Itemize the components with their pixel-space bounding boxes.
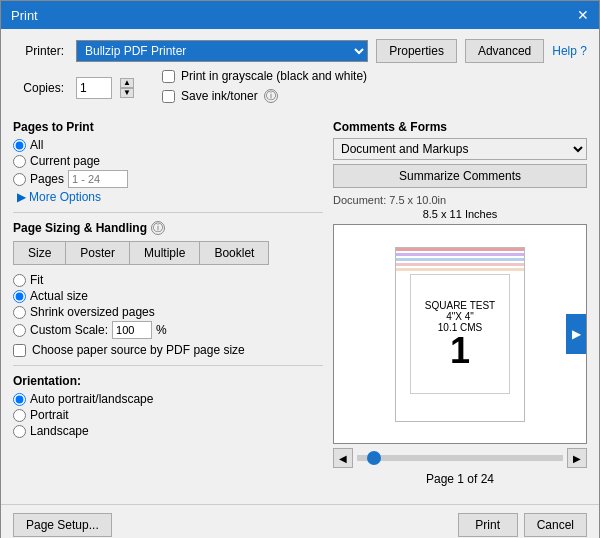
- printer-select[interactable]: Bullzip PDF Printer: [76, 40, 368, 62]
- grayscale-label: Print in grayscale (black and white): [181, 69, 367, 83]
- radio-all-row: All: [13, 138, 323, 152]
- preview-page: SQUARE TEST 4"X 4" 10.1 CMS 1: [395, 247, 525, 422]
- radio-actual-size[interactable]: [13, 290, 26, 303]
- print-button[interactable]: Print: [458, 513, 518, 537]
- save-ink-row: Save ink/toner ⓘ: [162, 89, 367, 103]
- grayscale-checkbox[interactable]: [162, 70, 175, 83]
- radio-current-row: Current page: [13, 154, 323, 168]
- custom-scale-label: Custom Scale:: [30, 323, 108, 337]
- print-dialog: Print ✕ Printer: Bullzip PDF Printer Pro…: [0, 0, 600, 538]
- poster-button[interactable]: Poster: [65, 241, 129, 265]
- landscape-row: Landscape: [13, 424, 323, 438]
- bottom-bar: Page Setup... Print Cancel: [1, 504, 599, 538]
- booklet-button[interactable]: Booklet: [199, 241, 269, 265]
- dialog-title: Print: [11, 8, 38, 23]
- shrink-label: Shrink oversized pages: [30, 305, 155, 319]
- fit-label: Fit: [30, 273, 43, 287]
- custom-scale-row: Custom Scale: %: [13, 321, 323, 339]
- comments-select[interactable]: Document and Markups: [333, 138, 587, 160]
- preview-line2: 4"X 4": [446, 311, 474, 322]
- sizing-info-icon[interactable]: ⓘ: [151, 221, 165, 235]
- sizing-title: Page Sizing & Handling: [13, 221, 147, 235]
- cancel-button[interactable]: Cancel: [524, 513, 587, 537]
- orientation-title: Orientation:: [13, 374, 323, 388]
- close-button[interactable]: ✕: [577, 7, 589, 23]
- multiple-button[interactable]: Multiple: [129, 241, 199, 265]
- all-label: All: [30, 138, 43, 152]
- pages-label: Pages: [30, 172, 64, 186]
- prev-page-button[interactable]: ◀: [333, 448, 353, 468]
- preview-content: SQUARE TEST 4"X 4" 10.1 CMS 1: [410, 274, 510, 394]
- next-page-button[interactable]: ▶: [567, 448, 587, 468]
- radio-auto-orientation[interactable]: [13, 393, 26, 406]
- sizing-btn-group: Size Poster Multiple Booklet: [13, 241, 323, 265]
- paper-source-checkbox[interactable]: [13, 344, 26, 357]
- radio-pages-row: Pages: [13, 170, 323, 188]
- pages-range-input[interactable]: [68, 170, 128, 188]
- radio-all[interactable]: [13, 139, 26, 152]
- size-button[interactable]: Size: [13, 241, 65, 265]
- page-size-label: 8.5 x 11 Inches: [333, 208, 587, 220]
- preview-area: SQUARE TEST 4"X 4" 10.1 CMS 1 ▶: [333, 224, 587, 444]
- radio-portrait[interactable]: [13, 409, 26, 422]
- preview-page-number: 1: [450, 333, 470, 369]
- printer-label: Printer:: [13, 44, 68, 58]
- portrait-label: Portrait: [30, 408, 69, 422]
- preview-next-arrow[interactable]: ▶: [566, 314, 586, 354]
- copies-increment[interactable]: ▲: [120, 78, 134, 88]
- radio-landscape[interactable]: [13, 425, 26, 438]
- actual-size-row: Actual size: [13, 289, 323, 303]
- copies-decrement[interactable]: ▼: [120, 88, 134, 98]
- preview-line1: SQUARE TEST: [425, 300, 495, 311]
- radio-shrink[interactable]: [13, 306, 26, 319]
- landscape-label: Landscape: [30, 424, 89, 438]
- page-slider[interactable]: [357, 455, 563, 461]
- shrink-row: Shrink oversized pages: [13, 305, 323, 319]
- grayscale-row: Print in grayscale (black and white): [162, 69, 367, 83]
- fit-row: Fit: [13, 273, 323, 287]
- actual-size-label: Actual size: [30, 289, 88, 303]
- radio-fit[interactable]: [13, 274, 26, 287]
- paper-source-row: Choose paper source by PDF page size: [13, 343, 323, 357]
- radio-custom-scale[interactable]: [13, 324, 26, 337]
- copies-spinner: ▲ ▼: [120, 78, 134, 98]
- scale-input[interactable]: [112, 321, 152, 339]
- advanced-button[interactable]: Advanced: [465, 39, 544, 63]
- scale-unit: %: [156, 323, 167, 337]
- comments-forms-title: Comments & Forms: [333, 120, 587, 134]
- current-page-label: Current page: [30, 154, 100, 168]
- page-setup-button[interactable]: Page Setup...: [13, 513, 112, 537]
- save-ink-checkbox[interactable]: [162, 90, 175, 103]
- sizing-header: Page Sizing & Handling ⓘ: [13, 221, 323, 235]
- portrait-row: Portrait: [13, 408, 323, 422]
- radio-pages[interactable]: [13, 173, 26, 186]
- save-ink-label: Save ink/toner: [181, 89, 258, 103]
- copies-label: Copies:: [13, 81, 68, 95]
- slider-thumb: [367, 451, 381, 465]
- more-options-link[interactable]: ▶ More Options: [17, 190, 323, 204]
- doc-size: Document: 7.5 x 10.0in: [333, 194, 587, 206]
- save-ink-info-icon[interactable]: ⓘ: [264, 89, 278, 103]
- copies-input[interactable]: [76, 77, 112, 99]
- paper-source-label: Choose paper source by PDF page size: [32, 343, 245, 357]
- preview-lines: [396, 248, 524, 278]
- titlebar: Print ✕: [1, 1, 599, 29]
- radio-current[interactable]: [13, 155, 26, 168]
- auto-orientation-row: Auto portrait/landscape: [13, 392, 323, 406]
- auto-orientation-label: Auto portrait/landscape: [30, 392, 153, 406]
- properties-button[interactable]: Properties: [376, 39, 457, 63]
- preview-nav: ◀ ▶: [333, 448, 587, 468]
- summarize-comments-button[interactable]: Summarize Comments: [333, 164, 587, 188]
- pages-to-print-title: Pages to Print: [13, 120, 323, 134]
- page-info: Page 1 of 24: [333, 472, 587, 486]
- help-link[interactable]: Help ?: [552, 44, 587, 58]
